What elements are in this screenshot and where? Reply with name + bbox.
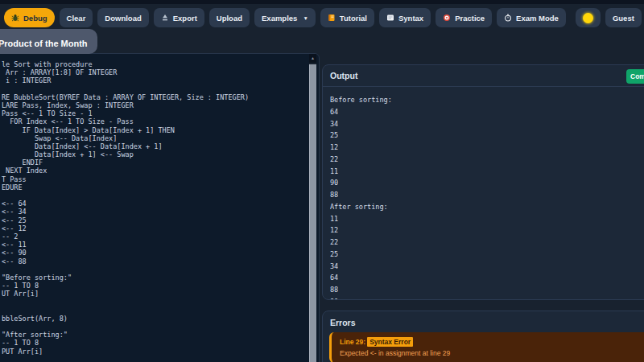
code-line: -- 2: [2, 232, 299, 241]
code-editor-content[interactable]: le Sort with procedure Arr : ARRAY[1:8] …: [2, 60, 299, 356]
code-line: [2, 265, 299, 274]
code-line: LARE Pass, Index, Swap : INTEGER: [2, 101, 299, 109]
export-button[interactable]: Export: [154, 8, 204, 27]
output-panel-title: Output: [330, 71, 357, 80]
compare-button[interactable]: Comp: [626, 69, 644, 84]
code-line: ENDIF: [2, 158, 299, 167]
code-line: [2, 85, 299, 93]
document-icon: [386, 14, 394, 22]
guest-button-label: Guest: [613, 14, 634, 23]
exam-mode-button[interactable]: Exam Mode: [497, 8, 566, 27]
error-message-box[interactable]: Line 29: Syntax Error Expected <- in ass…: [329, 332, 644, 362]
code-line: Pass <-- 1 TO Size - 1: [2, 109, 299, 117]
code-line: EDURE: [2, 183, 299, 191]
code-line: T Pass: [2, 175, 299, 183]
output-line: 64: [330, 272, 644, 284]
code-line: FOR Index <-- 1 TO Size - Pass: [2, 117, 299, 125]
output-line: 12: [330, 224, 644, 237]
clear-button[interactable]: Clear: [60, 8, 93, 27]
code-line: bbleSort(Arr, 8): [2, 315, 299, 323]
export-icon: [161, 14, 169, 22]
code-line: <-- 12: [2, 224, 299, 232]
window-top-strip: [0, 0, 644, 4]
code-line: Data[Index + 1] <-- Swap: [2, 150, 299, 158]
code-line: <-- 34: [2, 208, 299, 216]
error-message-text: Expected <- in assignment at line 29: [340, 349, 644, 357]
code-line: [2, 298, 299, 306]
editor-scrollbar-thumb[interactable]: [309, 64, 316, 362]
book-icon: [328, 14, 336, 22]
output-console: Before sorting:6434251222119088After sor…: [330, 94, 644, 299]
output-line: 88: [330, 284, 644, 296]
code-line: <-- 88: [2, 257, 299, 265]
code-line: -- 1 TO 8: [2, 282, 299, 290]
chevron-down-icon: ▼: [303, 15, 308, 21]
error-type-badge: Syntax Error: [367, 337, 413, 347]
code-line: <-- 64: [2, 200, 299, 208]
theme-toggle-button[interactable]: [576, 8, 601, 27]
debug-button-label: Debug: [23, 14, 47, 23]
syntax-button-label: Syntax: [398, 14, 423, 23]
bug-icon: [11, 14, 19, 22]
stopwatch-icon: [504, 14, 512, 22]
examples-button-label: Examples: [262, 14, 297, 23]
code-line: "Before sorting:": [2, 274, 299, 282]
output-line: Before sorting:: [330, 94, 644, 106]
editor-scrollbar[interactable]: ▲: [309, 54, 316, 362]
code-editor-panel[interactable]: le Sort with procedure Arr : ARRAY[1:8] …: [0, 53, 320, 362]
output-line: After sorting:: [330, 201, 644, 213]
code-line: i : INTEGER: [2, 76, 299, 84]
badge-label: Product of the Month: [0, 39, 88, 48]
errors-panel: Errors Line 29: Syntax Error Expected <-…: [322, 311, 644, 362]
code-line: le Sort with procedure: [2, 60, 299, 68]
code-line: PUT Arr[i]: [2, 348, 299, 356]
code-line: <-- 90: [2, 249, 299, 257]
output-panel-header: Output Comp: [323, 65, 644, 87]
product-of-the-month-badge[interactable]: Product of the Month: [0, 29, 97, 54]
target-icon: [443, 14, 451, 22]
output-line: 88: [330, 189, 644, 201]
code-line: [2, 306, 299, 315]
code-line: UT Arr[i]: [2, 290, 299, 298]
error-location-row: Line 29: Syntax Error: [340, 337, 644, 347]
errors-panel-title: Errors: [323, 311, 644, 332]
code-line: Arr : ARRAY[1:8] OF INTEGER: [2, 68, 299, 76]
exam-mode-button-label: Exam Mode: [516, 14, 559, 23]
scrollbar-up-arrow-icon[interactable]: ▲: [309, 54, 316, 63]
clear-button-label: Clear: [67, 14, 86, 23]
practice-button[interactable]: Practice: [436, 8, 492, 27]
debug-button[interactable]: Debug: [4, 8, 55, 27]
tutorial-button[interactable]: Tutorial: [320, 8, 374, 27]
output-line: 25: [330, 249, 644, 261]
code-line: -- 1 TO 8: [2, 339, 299, 347]
code-line: <-- 25: [2, 216, 299, 224]
output-line: 11: [330, 166, 644, 178]
code-line: Swap <-- Data[Index]: [2, 134, 299, 142]
code-line: NEXT Index: [2, 167, 299, 175]
code-line: RE BubbleSort(BYREF Data : ARRAY OF INTE…: [2, 93, 299, 101]
download-button[interactable]: Download: [97, 8, 148, 27]
output-line: 25: [330, 130, 644, 142]
tutorial-button-label: Tutorial: [340, 14, 367, 23]
upload-button[interactable]: Upload: [209, 8, 250, 27]
sun-icon: [583, 13, 593, 23]
code-line: "After sorting:": [2, 331, 299, 339]
output-line: 90: [330, 177, 644, 189]
code-line: [2, 323, 299, 331]
output-line: 22: [330, 237, 644, 249]
code-line: <-- 11: [2, 241, 299, 249]
examples-dropdown-button[interactable]: Examples ▼: [254, 8, 316, 27]
export-button-label: Export: [173, 14, 197, 23]
code-line: IF Data[Index] > Data[Index + 1] THEN: [2, 126, 299, 134]
output-line: 64: [330, 106, 644, 118]
practice-button-label: Practice: [455, 14, 485, 23]
output-line: 11: [330, 213, 644, 225]
output-line: 22: [330, 154, 644, 166]
download-button-label: Download: [105, 14, 141, 23]
output-line: 34: [330, 118, 644, 130]
output-line: 34: [330, 261, 644, 273]
toolbar: Debug Clear Download Export Upload Examp…: [4, 7, 644, 28]
syntax-button[interactable]: Syntax: [379, 8, 431, 27]
guest-button[interactable]: Guest: [605, 8, 642, 27]
upload-button-label: Upload: [217, 14, 242, 23]
